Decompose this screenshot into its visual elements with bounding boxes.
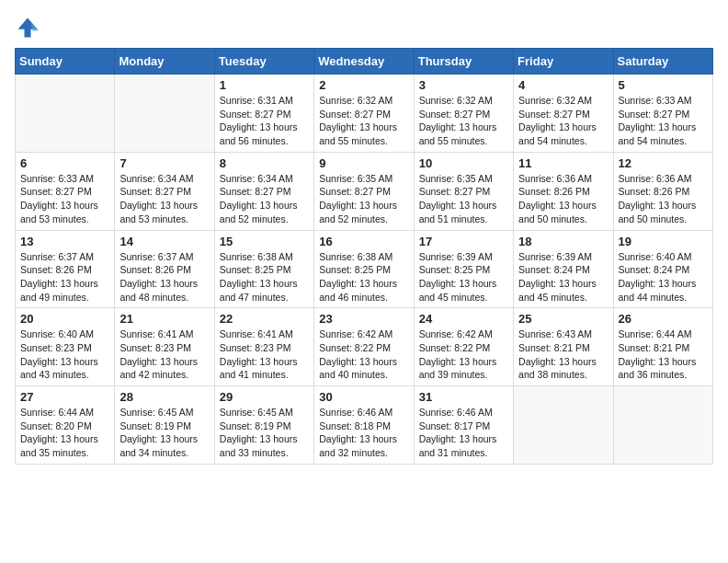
calendar-cell: 12Sunrise: 6:36 AM Sunset: 8:26 PM Dayli… bbox=[613, 152, 712, 230]
day-info: Sunrise: 6:32 AM Sunset: 8:27 PM Dayligh… bbox=[419, 94, 508, 148]
day-number: 12 bbox=[619, 156, 708, 170]
day-info: Sunrise: 6:35 AM Sunset: 8:27 PM Dayligh… bbox=[319, 172, 408, 226]
day-number: 20 bbox=[20, 312, 109, 326]
day-number: 21 bbox=[119, 312, 209, 326]
day-number: 6 bbox=[20, 156, 109, 170]
calendar-week-3: 13Sunrise: 6:37 AM Sunset: 8:26 PM Dayli… bbox=[16, 230, 713, 308]
calendar-header: SundayMondayTuesdayWednesdayThursdayFrid… bbox=[16, 49, 713, 75]
day-number: 3 bbox=[419, 78, 508, 92]
day-number: 9 bbox=[319, 156, 408, 170]
calendar-week-1: 1Sunrise: 6:31 AM Sunset: 8:27 PM Daylig… bbox=[16, 75, 713, 153]
day-info: Sunrise: 6:31 AM Sunset: 8:27 PM Dayligh… bbox=[220, 94, 309, 148]
calendar-cell: 23Sunrise: 6:42 AM Sunset: 8:22 PM Dayli… bbox=[314, 308, 414, 386]
day-number: 30 bbox=[319, 390, 408, 404]
day-number: 14 bbox=[119, 235, 209, 248]
calendar-cell: 28Sunrise: 6:45 AM Sunset: 8:19 PM Dayli… bbox=[115, 386, 214, 465]
day-info: Sunrise: 6:37 AM Sunset: 8:26 PM Dayligh… bbox=[20, 250, 109, 304]
day-header-saturday: Saturday bbox=[613, 49, 712, 75]
day-number: 19 bbox=[619, 235, 708, 248]
day-info: Sunrise: 6:34 AM Sunset: 8:27 PM Dayligh… bbox=[220, 172, 309, 226]
day-info: Sunrise: 6:39 AM Sunset: 8:25 PM Dayligh… bbox=[419, 250, 508, 304]
calendar-cell: 31Sunrise: 6:46 AM Sunset: 8:17 PM Dayli… bbox=[414, 386, 513, 465]
calendar-week-5: 27Sunrise: 6:44 AM Sunset: 8:20 PM Dayli… bbox=[16, 386, 713, 465]
calendar-cell: 11Sunrise: 6:36 AM Sunset: 8:26 PM Dayli… bbox=[514, 152, 613, 230]
calendar-cell: 30Sunrise: 6:46 AM Sunset: 8:18 PM Dayli… bbox=[314, 386, 414, 465]
calendar-cell: 15Sunrise: 6:38 AM Sunset: 8:25 PM Dayli… bbox=[214, 230, 313, 308]
calendar-cell: 22Sunrise: 6:41 AM Sunset: 8:23 PM Dayli… bbox=[214, 308, 313, 386]
day-info: Sunrise: 6:32 AM Sunset: 8:27 PM Dayligh… bbox=[319, 94, 408, 148]
day-info: Sunrise: 6:37 AM Sunset: 8:26 PM Dayligh… bbox=[119, 250, 209, 304]
day-info: Sunrise: 6:38 AM Sunset: 8:25 PM Dayligh… bbox=[220, 250, 309, 304]
day-info: Sunrise: 6:38 AM Sunset: 8:25 PM Dayligh… bbox=[319, 250, 408, 304]
day-info: Sunrise: 6:42 AM Sunset: 8:22 PM Dayligh… bbox=[319, 327, 408, 382]
calendar-cell: 21Sunrise: 6:41 AM Sunset: 8:23 PM Dayli… bbox=[115, 308, 214, 386]
calendar-week-4: 20Sunrise: 6:40 AM Sunset: 8:23 PM Dayli… bbox=[16, 308, 713, 386]
day-number: 11 bbox=[518, 156, 608, 170]
calendar-cell: 19Sunrise: 6:40 AM Sunset: 8:24 PM Dayli… bbox=[613, 230, 712, 308]
calendar-cell bbox=[115, 75, 214, 153]
day-info: Sunrise: 6:42 AM Sunset: 8:22 PM Dayligh… bbox=[419, 327, 508, 382]
day-info: Sunrise: 6:36 AM Sunset: 8:26 PM Dayligh… bbox=[518, 172, 608, 226]
calendar-cell: 26Sunrise: 6:44 AM Sunset: 8:21 PM Dayli… bbox=[613, 308, 712, 386]
calendar-cell: 1Sunrise: 6:31 AM Sunset: 8:27 PM Daylig… bbox=[214, 75, 313, 153]
calendar-cell bbox=[514, 386, 613, 465]
day-number: 4 bbox=[518, 78, 608, 92]
calendar-cell: 3Sunrise: 6:32 AM Sunset: 8:27 PM Daylig… bbox=[414, 75, 513, 153]
calendar-body: 1Sunrise: 6:31 AM Sunset: 8:27 PM Daylig… bbox=[16, 75, 713, 465]
calendar-cell: 17Sunrise: 6:39 AM Sunset: 8:25 PM Dayli… bbox=[414, 230, 513, 308]
calendar-cell: 18Sunrise: 6:39 AM Sunset: 8:24 PM Dayli… bbox=[514, 230, 613, 308]
calendar-cell: 2Sunrise: 6:32 AM Sunset: 8:27 PM Daylig… bbox=[314, 75, 414, 153]
day-info: Sunrise: 6:45 AM Sunset: 8:19 PM Dayligh… bbox=[119, 406, 209, 460]
day-info: Sunrise: 6:33 AM Sunset: 8:27 PM Dayligh… bbox=[20, 172, 109, 226]
day-headers-row: SundayMondayTuesdayWednesdayThursdayFrid… bbox=[16, 49, 713, 75]
page-header bbox=[15, 15, 713, 40]
day-header-tuesday: Tuesday bbox=[214, 49, 313, 75]
day-number: 25 bbox=[518, 312, 608, 326]
day-number: 29 bbox=[220, 390, 309, 404]
day-number: 16 bbox=[319, 235, 408, 248]
day-header-monday: Monday bbox=[115, 49, 214, 75]
day-number: 15 bbox=[220, 235, 309, 248]
day-number: 22 bbox=[220, 312, 309, 326]
calendar-week-2: 6Sunrise: 6:33 AM Sunset: 8:27 PM Daylig… bbox=[16, 152, 713, 230]
day-info: Sunrise: 6:40 AM Sunset: 8:24 PM Dayligh… bbox=[619, 250, 708, 304]
calendar-cell: 8Sunrise: 6:34 AM Sunset: 8:27 PM Daylig… bbox=[214, 152, 313, 230]
day-number: 13 bbox=[20, 235, 109, 248]
day-header-sunday: Sunday bbox=[16, 49, 115, 75]
day-header-friday: Friday bbox=[514, 49, 613, 75]
day-info: Sunrise: 6:44 AM Sunset: 8:20 PM Dayligh… bbox=[20, 406, 109, 460]
calendar-cell: 27Sunrise: 6:44 AM Sunset: 8:20 PM Dayli… bbox=[16, 386, 115, 465]
logo bbox=[15, 15, 44, 40]
calendar-cell: 20Sunrise: 6:40 AM Sunset: 8:23 PM Dayli… bbox=[16, 308, 115, 386]
day-number: 10 bbox=[419, 156, 508, 170]
day-info: Sunrise: 6:40 AM Sunset: 8:23 PM Dayligh… bbox=[20, 327, 109, 382]
day-number: 31 bbox=[419, 390, 508, 404]
day-number: 5 bbox=[619, 78, 708, 92]
day-info: Sunrise: 6:43 AM Sunset: 8:21 PM Dayligh… bbox=[518, 327, 608, 382]
day-number: 24 bbox=[419, 312, 508, 326]
calendar-table: SundayMondayTuesdayWednesdayThursdayFrid… bbox=[15, 48, 713, 465]
day-number: 23 bbox=[319, 312, 408, 326]
day-info: Sunrise: 6:46 AM Sunset: 8:18 PM Dayligh… bbox=[319, 406, 408, 460]
day-info: Sunrise: 6:44 AM Sunset: 8:21 PM Dayligh… bbox=[619, 327, 708, 382]
calendar-cell: 6Sunrise: 6:33 AM Sunset: 8:27 PM Daylig… bbox=[16, 152, 115, 230]
calendar-cell bbox=[613, 386, 712, 465]
day-info: Sunrise: 6:41 AM Sunset: 8:23 PM Dayligh… bbox=[119, 327, 209, 382]
day-info: Sunrise: 6:46 AM Sunset: 8:17 PM Dayligh… bbox=[419, 406, 508, 460]
calendar-cell: 25Sunrise: 6:43 AM Sunset: 8:21 PM Dayli… bbox=[514, 308, 613, 386]
day-header-wednesday: Wednesday bbox=[314, 49, 414, 75]
svg-marker-1 bbox=[31, 21, 40, 31]
calendar-cell: 4Sunrise: 6:32 AM Sunset: 8:27 PM Daylig… bbox=[514, 75, 613, 153]
calendar-cell: 29Sunrise: 6:45 AM Sunset: 8:19 PM Dayli… bbox=[214, 386, 313, 465]
day-info: Sunrise: 6:45 AM Sunset: 8:19 PM Dayligh… bbox=[220, 406, 309, 460]
calendar-cell: 9Sunrise: 6:35 AM Sunset: 8:27 PM Daylig… bbox=[314, 152, 414, 230]
day-number: 2 bbox=[319, 78, 408, 92]
calendar-cell: 16Sunrise: 6:38 AM Sunset: 8:25 PM Dayli… bbox=[314, 230, 414, 308]
calendar-cell bbox=[16, 75, 115, 153]
calendar-cell: 24Sunrise: 6:42 AM Sunset: 8:22 PM Dayli… bbox=[414, 308, 513, 386]
day-info: Sunrise: 6:33 AM Sunset: 8:27 PM Dayligh… bbox=[619, 94, 708, 148]
logo-icon bbox=[15, 15, 40, 40]
calendar-cell: 13Sunrise: 6:37 AM Sunset: 8:26 PM Dayli… bbox=[16, 230, 115, 308]
day-info: Sunrise: 6:35 AM Sunset: 8:27 PM Dayligh… bbox=[419, 172, 508, 226]
day-info: Sunrise: 6:36 AM Sunset: 8:26 PM Dayligh… bbox=[619, 172, 708, 226]
